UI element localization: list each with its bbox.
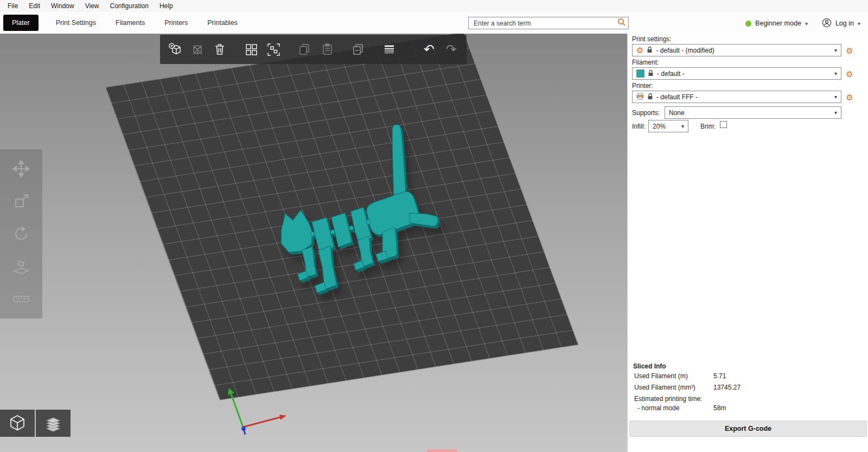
chevron-down-icon: ▾ (834, 94, 837, 100)
supports-dropdown[interactable]: None ▾ (665, 106, 841, 119)
chevron-down-icon: ▾ (805, 21, 808, 27)
tab-printables[interactable]: Printables (205, 16, 240, 30)
settings-panel: Print settings: ⚙ - default - (modified)… (627, 34, 868, 452)
menu-configuration[interactable]: Configuration (105, 1, 154, 11)
sliced-info-label: Used Filament (m) (634, 372, 688, 380)
chevron-down-icon: ▾ (858, 21, 860, 27)
tab-bar: Plater Print Settings Filaments Printers… (0, 12, 868, 34)
place-on-face-icon[interactable] (9, 254, 33, 278)
menu-bar: File Edit Window View Configuration Help (0, 0, 868, 12)
delete-all-icon[interactable] (211, 40, 228, 59)
menu-view[interactable]: View (80, 1, 105, 11)
supports-value: None (669, 109, 685, 117)
3d-view-icon[interactable] (0, 410, 35, 437)
menu-window[interactable]: Window (46, 1, 80, 11)
arrange-selection-icon[interactable] (265, 40, 282, 59)
printer-combo[interactable]: - default FFF - ▾ (632, 91, 841, 103)
manipulation-toolbar (0, 149, 42, 319)
session-area: Beginner mode ▾ Log in ▾ (745, 17, 860, 30)
instances-icon[interactable] (349, 40, 367, 59)
sliced-info-label: Estimated printing time: (634, 395, 702, 403)
supports-label: Supports: (632, 109, 660, 117)
delete-icon[interactable] (189, 40, 206, 59)
login-label: Log in (835, 20, 854, 27)
menu-file[interactable]: File (2, 1, 23, 11)
lock-icon (647, 93, 653, 101)
login-button[interactable]: Log in ▾ (822, 18, 860, 29)
sliced-info-value: 13745.27 (713, 384, 741, 391)
variable-layer-height-icon[interactable] (380, 40, 398, 59)
gear-icon: ⚙ (846, 93, 853, 101)
chevron-down-icon: ▾ (834, 71, 837, 77)
user-icon (822, 18, 832, 29)
tab-printers[interactable]: Printers (162, 16, 190, 30)
notification-sliver (427, 449, 457, 452)
chevron-down-icon: ▾ (834, 47, 837, 53)
tab-print-settings[interactable]: Print Settings (54, 16, 98, 30)
move-icon[interactable] (9, 157, 33, 181)
infill-value: 20% (653, 123, 666, 130)
copy-icon[interactable] (296, 40, 313, 59)
tab-plater[interactable]: Plater (3, 15, 39, 31)
measure-icon[interactable] (9, 287, 33, 311)
viewport-canvas[interactable]: ↶ ↷ (0, 34, 627, 452)
mode-selector[interactable]: Beginner mode ▾ (745, 20, 808, 27)
search-icon[interactable] (617, 18, 626, 28)
filament-value: - default - (657, 70, 685, 78)
sliced-info-value: 5.71 (713, 372, 726, 380)
brim-checkbox[interactable] (720, 121, 727, 128)
filament-label: Filament: (632, 59, 659, 66)
gear-icon: ⚙ (846, 70, 853, 78)
lock-icon (648, 69, 654, 78)
infill-label: Infill: (632, 123, 646, 130)
brim-label: Brim: (700, 123, 716, 130)
filament-combo[interactable]: - default - ▾ (632, 67, 841, 80)
sliced-info-label: Used Filament (mm³) (634, 384, 695, 391)
paste-icon[interactable] (318, 40, 335, 59)
search-input[interactable] (473, 19, 617, 28)
print-settings-gear-button[interactable]: ⚙ (844, 45, 855, 56)
export-gcode-button[interactable]: Export G-code (629, 421, 867, 437)
printer-label: Printer: (632, 82, 653, 90)
gear-icon: ⚙ (636, 46, 643, 54)
tab-filaments[interactable]: Filaments (113, 16, 147, 30)
gear-icon: ⚙ (846, 47, 853, 55)
layers-view-icon[interactable] (36, 410, 71, 437)
lock-icon (647, 46, 653, 55)
filament-color-swatch (636, 69, 644, 78)
mode-label: Beginner mode (755, 20, 801, 27)
chevron-down-icon: ▾ (681, 123, 684, 129)
infill-dropdown[interactable]: 20% ▾ (648, 120, 688, 132)
print-settings-label: Print settings: (632, 35, 672, 43)
add-icon[interactable] (167, 40, 184, 59)
filament-gear-button[interactable]: ⚙ (844, 68, 855, 79)
redo-icon[interactable]: ↷ (443, 40, 460, 59)
print-settings-value: - default - (modified) (656, 47, 714, 54)
sliced-info-value: 58m (713, 404, 726, 412)
menu-edit[interactable]: Edit (23, 1, 46, 11)
view-toggle (0, 410, 71, 437)
scale-icon[interactable] (9, 189, 33, 213)
undo-icon[interactable]: ↶ (420, 40, 438, 59)
printer-value: - default FFF - (656, 93, 698, 101)
chevron-down-icon: ▾ (834, 110, 837, 116)
model-flexi-cat[interactable] (244, 125, 472, 320)
beginner-mode-icon (745, 21, 751, 27)
rotate-icon[interactable] (9, 222, 33, 246)
menu-help[interactable]: Help (154, 1, 178, 11)
search-box[interactable] (468, 17, 629, 29)
printer-icon (636, 93, 644, 101)
sliced-info-title: Sliced Info (633, 362, 666, 370)
object-toolbar: ↶ ↷ (160, 35, 467, 64)
sliced-info-label: - normal mode (637, 404, 679, 412)
arrange-icon[interactable] (242, 40, 260, 59)
printer-gear-button[interactable]: ⚙ (844, 92, 855, 103)
print-settings-combo[interactable]: ⚙ - default - (modified) ▾ (632, 44, 841, 56)
